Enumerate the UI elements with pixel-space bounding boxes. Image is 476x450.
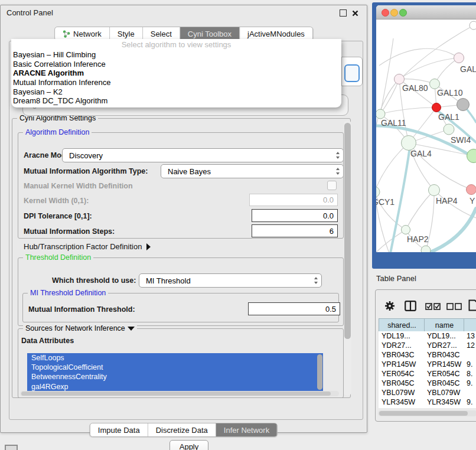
sources-hscrollbar-track[interactable] xyxy=(20,391,339,396)
network-edge[interactable] xyxy=(379,48,459,66)
table-row[interactable]: YBR045CYBR045C9. xyxy=(379,379,476,388)
stepper-focus-ring xyxy=(344,64,360,82)
tab-infer-network[interactable]: Infer Network xyxy=(216,423,277,436)
network-edge[interactable] xyxy=(380,79,399,114)
hidden-combo-stepper[interactable] xyxy=(341,57,363,86)
hub-definition-toggle[interactable]: Hub/Transcription Factor Definition xyxy=(24,242,151,251)
network-node-hap4[interactable] xyxy=(429,185,440,196)
table-row[interactable]: YIL052CYIL052C0. xyxy=(379,407,476,408)
cyni-mode-tab-bar: Impute DataDiscretize DataInfer Network xyxy=(90,423,278,437)
gear-icon[interactable] xyxy=(384,301,395,311)
network-edge[interactable] xyxy=(380,38,393,114)
algorithm-option[interactable]: Bayesian – Hill Climbing xyxy=(12,50,340,60)
network-node-gal10[interactable] xyxy=(430,79,440,89)
data-attributes-label: Data Attributes xyxy=(21,337,74,345)
algorithm-option[interactable]: ARACNE Algorithm xyxy=(12,69,340,78)
checked-checkboxes-icon[interactable] xyxy=(425,302,441,311)
network-node-y-pink[interactable] xyxy=(467,185,476,195)
table-row[interactable]: YBL079WYBL079W xyxy=(379,388,476,397)
mi-steps-field[interactable]: 6 xyxy=(252,224,338,237)
tab-jactivemnodules[interactable]: jActiveMNodules xyxy=(240,27,312,40)
network-node-swi4[interactable] xyxy=(444,124,454,135)
algorithm-option[interactable]: Dream8 DC_TDC Algorithm xyxy=(12,96,340,106)
table-hscrollbar-track[interactable] xyxy=(378,410,476,416)
tab-cyni-toolbox[interactable]: Cyni Toolbox xyxy=(180,27,240,40)
algorithm-option[interactable]: Basic Correlation Inference xyxy=(12,60,340,69)
tab-style[interactable]: Style xyxy=(110,27,143,40)
which-threshold-combo[interactable]: MI Threshold xyxy=(139,273,322,288)
table-row[interactable]: YPR145WYPR145W9. xyxy=(379,360,476,369)
network-node-gal1[interactable] xyxy=(432,103,441,112)
table-row[interactable]: YLR345WYLR345W9. xyxy=(379,397,476,407)
network-edge[interactable] xyxy=(380,107,436,114)
mi-algorithm-type-combo[interactable]: Naive Bayes xyxy=(161,164,344,178)
network-node-hap2[interactable] xyxy=(402,226,410,234)
column-header[interactable]: shared... xyxy=(379,318,425,332)
attributes-list-scrollbar[interactable] xyxy=(317,354,322,390)
dpi-tolerance-field[interactable]: 0.0 xyxy=(252,209,338,222)
network-node-green-right[interactable] xyxy=(467,149,476,163)
float-window-icon[interactable] xyxy=(340,9,347,17)
network-canvas[interactable]: GALGAL80GAL10GAL1GAL11SWI4GAL4GCY1HAP4YH… xyxy=(376,19,476,252)
settings-vscrollbar-track[interactable] xyxy=(344,120,351,396)
network-edge[interactable] xyxy=(406,190,434,230)
table-body[interactable]: YDL19...YDL19...13YDR27...YDR27...12YBR0… xyxy=(379,331,476,408)
table-cell: YBR045C xyxy=(379,379,427,387)
network-edge[interactable] xyxy=(399,58,459,79)
column-header[interactable] xyxy=(464,318,476,332)
table-row[interactable]: YBR043CYBR043C xyxy=(379,350,476,360)
mi-steps-value: 6 xyxy=(330,227,334,236)
columns-icon[interactable] xyxy=(405,301,416,311)
column-header[interactable]: name xyxy=(424,318,464,332)
tab-select[interactable]: Select xyxy=(143,27,180,40)
close-traffic-light[interactable] xyxy=(382,9,389,17)
kernel-width-label: Kernel Width (0,1): xyxy=(24,197,89,205)
kernel-width-field[interactable]: 0.0 xyxy=(249,194,338,206)
table-row[interactable]: YDR27...YDR27...12 xyxy=(379,341,476,350)
data-attribute-item[interactable]: BetweennessCentrality xyxy=(27,372,323,381)
tab-discretize-data[interactable]: Discretize Data xyxy=(148,423,216,436)
network-node-gcy1[interactable] xyxy=(376,187,380,197)
tab-label: Cyni Toolbox xyxy=(188,30,232,38)
combo-stepper-icon xyxy=(332,167,343,176)
data-attributes-list[interactable]: SelfLoopsTopologicalCoefficientBetweenne… xyxy=(27,353,323,392)
aracne-mode-combo[interactable]: Discovery xyxy=(62,148,344,162)
network-node-gray-node[interactable] xyxy=(457,99,470,111)
table-cell: YER054C xyxy=(424,370,467,378)
which-threshold-label: Which threshold to use: xyxy=(52,276,136,285)
network-node-gal-pink[interactable] xyxy=(454,53,464,63)
table-panel-window: shared...name YDL19...YDL19...13YDR27...… xyxy=(375,289,476,422)
network-window-titlebar[interactable] xyxy=(376,5,476,19)
network-node-hap-bottom[interactable] xyxy=(421,246,431,252)
network-node-gal4[interactable] xyxy=(402,136,416,151)
network-node-circle-top[interactable] xyxy=(470,21,476,30)
file-icon[interactable] xyxy=(468,299,476,311)
table-row[interactable]: YER054CYER054C8. xyxy=(379,369,476,379)
zoom-traffic-light[interactable] xyxy=(399,9,407,17)
apply-button[interactable]: Apply xyxy=(169,440,208,450)
minimize-traffic-light[interactable] xyxy=(390,9,398,17)
network-node-gal80[interactable] xyxy=(395,74,405,84)
dpi-tolerance-label: DPI Tolerance [0,1]: xyxy=(24,212,92,220)
network-edge[interactable] xyxy=(435,58,459,84)
table-cell: YBL079W xyxy=(379,389,427,397)
network-node-label: GCY1 xyxy=(376,197,395,207)
algorithm-option[interactable]: Mutual Information Inference xyxy=(12,78,340,87)
manual-kernel-width-checkbox[interactable] xyxy=(327,181,337,190)
data-attribute-item[interactable]: TopologicalCoefficient xyxy=(27,363,323,372)
algorithm-dropdown-popup: Select algorithm to view settings Bayesi… xyxy=(11,39,341,107)
table-cell: YBL079W xyxy=(424,389,467,397)
data-attribute-item[interactable]: gal4RGexp xyxy=(27,382,323,392)
algorithm-option[interactable]: Bayesian – K2 xyxy=(12,87,340,97)
table-cell: YBR045C xyxy=(424,379,467,387)
sources-legend[interactable]: Sources for Network Inference xyxy=(23,324,137,332)
table-row[interactable]: YDL19...YDL19...13 xyxy=(379,331,476,341)
mi-threshold-field[interactable]: 0.5 xyxy=(248,302,340,315)
data-attribute-item[interactable]: SelfLoops xyxy=(27,353,323,363)
tab-network[interactable]: Network xyxy=(55,27,110,40)
collapsed-panel-icon[interactable] xyxy=(5,445,18,450)
tab-impute-data[interactable]: Impute Data xyxy=(90,423,148,436)
network-node-gal11[interactable] xyxy=(376,109,385,119)
unchecked-checkboxes-icon[interactable] xyxy=(446,302,462,311)
close-window-icon[interactable] xyxy=(352,10,358,17)
